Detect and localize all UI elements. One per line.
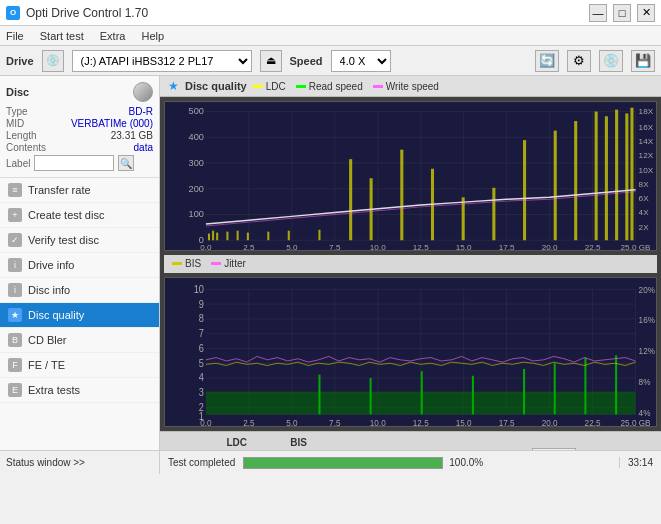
legend-jitter: Jitter [211, 258, 246, 269]
svg-rect-118 [523, 369, 525, 414]
svg-text:10.0: 10.0 [370, 243, 387, 251]
drive-label: Drive [6, 55, 34, 67]
svg-rect-46 [226, 232, 228, 241]
svg-rect-49 [267, 232, 269, 241]
svg-text:300: 300 [189, 158, 204, 168]
nav-icon-fe-te: F [8, 358, 22, 372]
drive-select[interactable]: (J:) ATAPI iHBS312 2 PL17 [72, 50, 252, 72]
content-icon: ★ [168, 79, 179, 93]
title-bar: O Opti Drive Control 1.70 — □ ✕ [0, 0, 661, 26]
nav-item-drive-info[interactable]: iDrive info [0, 253, 159, 278]
svg-text:25.0 GB: 25.0 GB [621, 243, 651, 251]
nav-item-extra-tests[interactable]: EExtra tests [0, 378, 159, 403]
app-title: Opti Drive Control 1.70 [26, 6, 148, 20]
legend-bis-dot [172, 262, 182, 265]
legend-readspeed-dot [296, 85, 306, 88]
legend-bis: BIS [172, 258, 201, 269]
nav-item-cd-bler[interactable]: BCD Bler [0, 328, 159, 353]
maximize-button[interactable]: □ [613, 4, 631, 22]
svg-text:2.5: 2.5 [243, 417, 255, 426]
action-buttons: Start full Start part [596, 436, 655, 450]
content-header: ★ Disc quality LDC Read speed Write spee… [160, 76, 661, 97]
svg-text:7.5: 7.5 [329, 243, 341, 251]
svg-text:12X: 12X [639, 151, 654, 160]
stats-table: LDC BIS Avg 6.50 0.11 Max 467 [166, 436, 326, 450]
svg-rect-63 [615, 110, 618, 241]
status-window-btn[interactable]: Status window >> [0, 451, 160, 474]
svg-text:4%: 4% [639, 407, 651, 418]
disc-section-title: Disc [6, 86, 29, 98]
svg-text:20.0: 20.0 [542, 417, 558, 426]
eject-button[interactable]: ⏏ [260, 50, 282, 72]
svg-rect-113 [206, 391, 636, 414]
svg-text:14X: 14X [639, 137, 654, 146]
avg-ldc: 6.50 [202, 449, 271, 450]
avg-bis: 0.11 [271, 449, 326, 450]
menu-help[interactable]: Help [141, 30, 164, 42]
svg-text:17.5: 17.5 [499, 417, 515, 426]
col-bis: BIS [271, 436, 326, 449]
svg-rect-48 [247, 233, 249, 241]
svg-rect-47 [237, 231, 239, 241]
nav-icon-transfer-rate: ≡ [8, 183, 22, 197]
nav-item-verify-test-disc[interactable]: ✓Verify test disc [0, 228, 159, 253]
settings-button[interactable]: ⚙ [567, 50, 591, 72]
speed-dropdown[interactable]: 4.0 X [532, 448, 576, 450]
speed-label: Speed [290, 55, 323, 67]
menu-extra[interactable]: Extra [100, 30, 126, 42]
svg-rect-54 [400, 150, 403, 241]
disc-label-input[interactable] [34, 155, 114, 171]
chart2-legend: BIS Jitter [164, 255, 657, 273]
speed-row: Speed 4.18 X 4.0 X [466, 448, 586, 450]
drive-icon-btn[interactable]: 💿 [42, 50, 64, 72]
menu-file[interactable]: File [6, 30, 24, 42]
speed-select[interactable]: 4.0 X [331, 50, 391, 72]
svg-text:12%: 12% [639, 346, 656, 357]
refresh-button[interactable]: 🔄 [535, 50, 559, 72]
svg-rect-64 [625, 113, 628, 240]
menu-start-test[interactable]: Start test [40, 30, 84, 42]
nav-item-create-test-disc[interactable]: +Create test disc [0, 203, 159, 228]
status-time: 33:14 [619, 457, 661, 468]
svg-text:10: 10 [194, 283, 205, 295]
window-controls: — □ ✕ [589, 4, 655, 22]
nav-item-disc-info[interactable]: iDisc info [0, 278, 159, 303]
minimize-button[interactable]: — [589, 4, 607, 22]
content-area: ★ Disc quality LDC Read speed Write spee… [160, 76, 661, 450]
col-ldc: LDC [202, 436, 271, 449]
svg-text:500: 500 [189, 107, 204, 117]
svg-text:8%: 8% [639, 376, 651, 387]
main-layout: Disc Type BD-R MID VERBATIMe (000) Lengt… [0, 76, 661, 450]
svg-text:25.0 GB: 25.0 GB [621, 417, 651, 426]
disc-button[interactable]: 💿 [599, 50, 623, 72]
svg-rect-43 [208, 234, 210, 241]
progress-bar-fill [244, 458, 442, 468]
chart2-svg: 10 9 8 7 6 5 4 3 2 1 20% 16% [165, 278, 656, 426]
svg-text:2X: 2X [639, 223, 650, 232]
stats-area: LDC BIS Avg 6.50 0.11 Max 467 [160, 431, 661, 450]
svg-text:20.0: 20.0 [542, 243, 559, 251]
app-icon: O [6, 6, 20, 20]
stats-avg-row: Avg 6.50 0.11 [166, 449, 326, 450]
svg-text:18X: 18X [639, 108, 654, 117]
svg-text:20%: 20% [639, 284, 656, 295]
status-main: Test completed 100.0% [160, 457, 619, 469]
svg-text:10.0: 10.0 [370, 417, 386, 426]
legend-readspeed: Read speed [296, 81, 363, 92]
nav-item-fe-te[interactable]: FFE / TE [0, 353, 159, 378]
close-button[interactable]: ✕ [637, 4, 655, 22]
svg-rect-57 [492, 188, 495, 240]
nav-item-transfer-rate[interactable]: ≡Transfer rate [0, 178, 159, 203]
disc-mid-label: MID [6, 118, 24, 129]
save-button[interactable]: 💾 [631, 50, 655, 72]
disc-label-btn[interactable]: 🔍 [118, 155, 134, 171]
svg-text:0.0: 0.0 [200, 417, 212, 426]
svg-rect-116 [421, 371, 423, 414]
svg-text:4: 4 [199, 372, 205, 384]
svg-text:10X: 10X [639, 166, 654, 175]
svg-text:6X: 6X [639, 194, 650, 203]
nav-icon-disc-info: i [8, 283, 22, 297]
nav-item-disc-quality[interactable]: ★Disc quality [0, 303, 159, 328]
svg-text:17.5: 17.5 [499, 243, 516, 251]
svg-text:4X: 4X [639, 209, 650, 218]
